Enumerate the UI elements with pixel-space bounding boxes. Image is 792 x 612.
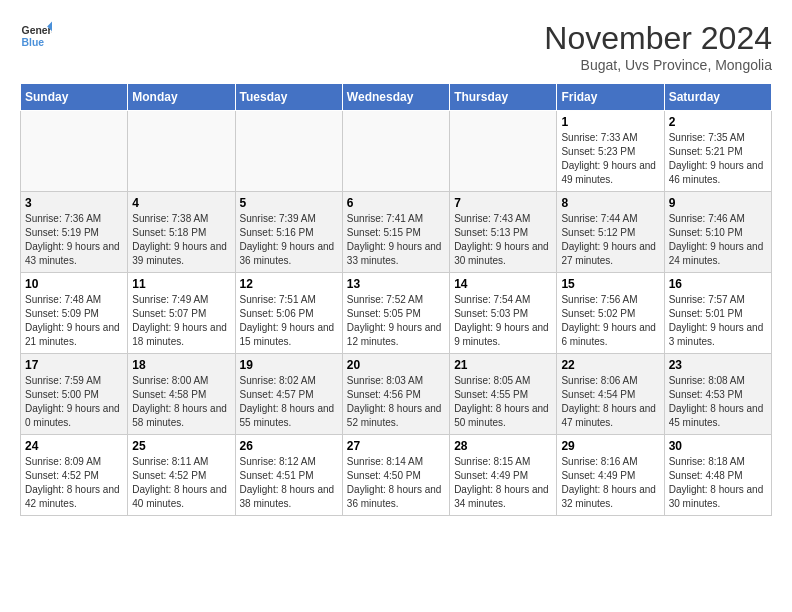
day-info: Sunrise: 7:43 AM Sunset: 5:13 PM Dayligh… — [454, 212, 552, 268]
calendar-cell: 22Sunrise: 8:06 AM Sunset: 4:54 PM Dayli… — [557, 354, 664, 435]
day-number: 14 — [454, 277, 552, 291]
calendar-cell: 24Sunrise: 8:09 AM Sunset: 4:52 PM Dayli… — [21, 435, 128, 516]
calendar-cell — [235, 111, 342, 192]
day-number: 23 — [669, 358, 767, 372]
day-info: Sunrise: 8:15 AM Sunset: 4:49 PM Dayligh… — [454, 455, 552, 511]
calendar-cell: 18Sunrise: 8:00 AM Sunset: 4:58 PM Dayli… — [128, 354, 235, 435]
day-info: Sunrise: 8:06 AM Sunset: 4:54 PM Dayligh… — [561, 374, 659, 430]
logo-icon: General Blue — [20, 20, 52, 52]
calendar-cell — [342, 111, 449, 192]
svg-text:Blue: Blue — [22, 37, 45, 48]
day-info: Sunrise: 8:16 AM Sunset: 4:49 PM Dayligh… — [561, 455, 659, 511]
day-number: 11 — [132, 277, 230, 291]
day-info: Sunrise: 7:35 AM Sunset: 5:21 PM Dayligh… — [669, 131, 767, 187]
calendar-cell: 12Sunrise: 7:51 AM Sunset: 5:06 PM Dayli… — [235, 273, 342, 354]
day-number: 21 — [454, 358, 552, 372]
day-info: Sunrise: 7:44 AM Sunset: 5:12 PM Dayligh… — [561, 212, 659, 268]
logo: General Blue — [20, 20, 52, 52]
day-number: 8 — [561, 196, 659, 210]
day-number: 4 — [132, 196, 230, 210]
calendar-week-3: 10Sunrise: 7:48 AM Sunset: 5:09 PM Dayli… — [21, 273, 772, 354]
calendar-cell: 21Sunrise: 8:05 AM Sunset: 4:55 PM Dayli… — [450, 354, 557, 435]
day-number: 15 — [561, 277, 659, 291]
calendar-cell: 28Sunrise: 8:15 AM Sunset: 4:49 PM Dayli… — [450, 435, 557, 516]
day-info: Sunrise: 8:11 AM Sunset: 4:52 PM Dayligh… — [132, 455, 230, 511]
day-number: 24 — [25, 439, 123, 453]
day-number: 2 — [669, 115, 767, 129]
day-info: Sunrise: 7:39 AM Sunset: 5:16 PM Dayligh… — [240, 212, 338, 268]
calendar-cell: 2Sunrise: 7:35 AM Sunset: 5:21 PM Daylig… — [664, 111, 771, 192]
calendar-week-5: 24Sunrise: 8:09 AM Sunset: 4:52 PM Dayli… — [21, 435, 772, 516]
day-info: Sunrise: 7:49 AM Sunset: 5:07 PM Dayligh… — [132, 293, 230, 349]
day-number: 7 — [454, 196, 552, 210]
calendar-cell: 20Sunrise: 8:03 AM Sunset: 4:56 PM Dayli… — [342, 354, 449, 435]
day-info: Sunrise: 7:52 AM Sunset: 5:05 PM Dayligh… — [347, 293, 445, 349]
day-info: Sunrise: 7:56 AM Sunset: 5:02 PM Dayligh… — [561, 293, 659, 349]
day-info: Sunrise: 8:18 AM Sunset: 4:48 PM Dayligh… — [669, 455, 767, 511]
day-info: Sunrise: 8:02 AM Sunset: 4:57 PM Dayligh… — [240, 374, 338, 430]
calendar-cell: 16Sunrise: 7:57 AM Sunset: 5:01 PM Dayli… — [664, 273, 771, 354]
day-number: 9 — [669, 196, 767, 210]
day-number: 12 — [240, 277, 338, 291]
calendar-cell: 27Sunrise: 8:14 AM Sunset: 4:50 PM Dayli… — [342, 435, 449, 516]
calendar-cell: 1Sunrise: 7:33 AM Sunset: 5:23 PM Daylig… — [557, 111, 664, 192]
calendar-cell: 5Sunrise: 7:39 AM Sunset: 5:16 PM Daylig… — [235, 192, 342, 273]
day-info: Sunrise: 7:36 AM Sunset: 5:19 PM Dayligh… — [25, 212, 123, 268]
calendar-week-2: 3Sunrise: 7:36 AM Sunset: 5:19 PM Daylig… — [21, 192, 772, 273]
header-wednesday: Wednesday — [342, 84, 449, 111]
day-info: Sunrise: 7:46 AM Sunset: 5:10 PM Dayligh… — [669, 212, 767, 268]
calendar-cell: 25Sunrise: 8:11 AM Sunset: 4:52 PM Dayli… — [128, 435, 235, 516]
day-info: Sunrise: 7:54 AM Sunset: 5:03 PM Dayligh… — [454, 293, 552, 349]
calendar-cell: 15Sunrise: 7:56 AM Sunset: 5:02 PM Dayli… — [557, 273, 664, 354]
day-number: 20 — [347, 358, 445, 372]
day-number: 17 — [25, 358, 123, 372]
calendar-cell: 6Sunrise: 7:41 AM Sunset: 5:15 PM Daylig… — [342, 192, 449, 273]
day-info: Sunrise: 8:03 AM Sunset: 4:56 PM Dayligh… — [347, 374, 445, 430]
day-info: Sunrise: 7:48 AM Sunset: 5:09 PM Dayligh… — [25, 293, 123, 349]
day-info: Sunrise: 8:14 AM Sunset: 4:50 PM Dayligh… — [347, 455, 445, 511]
day-info: Sunrise: 7:33 AM Sunset: 5:23 PM Dayligh… — [561, 131, 659, 187]
day-info: Sunrise: 8:08 AM Sunset: 4:53 PM Dayligh… — [669, 374, 767, 430]
calendar-cell: 29Sunrise: 8:16 AM Sunset: 4:49 PM Dayli… — [557, 435, 664, 516]
calendar-cell: 7Sunrise: 7:43 AM Sunset: 5:13 PM Daylig… — [450, 192, 557, 273]
calendar-cell: 17Sunrise: 7:59 AM Sunset: 5:00 PM Dayli… — [21, 354, 128, 435]
calendar-cell: 23Sunrise: 8:08 AM Sunset: 4:53 PM Dayli… — [664, 354, 771, 435]
calendar-cell: 3Sunrise: 7:36 AM Sunset: 5:19 PM Daylig… — [21, 192, 128, 273]
header-friday: Friday — [557, 84, 664, 111]
day-number: 16 — [669, 277, 767, 291]
day-info: Sunrise: 7:41 AM Sunset: 5:15 PM Dayligh… — [347, 212, 445, 268]
day-number: 22 — [561, 358, 659, 372]
calendar-cell — [128, 111, 235, 192]
day-number: 19 — [240, 358, 338, 372]
calendar-cell: 13Sunrise: 7:52 AM Sunset: 5:05 PM Dayli… — [342, 273, 449, 354]
header-sunday: Sunday — [21, 84, 128, 111]
svg-text:General: General — [22, 25, 52, 36]
day-number: 6 — [347, 196, 445, 210]
day-info: Sunrise: 7:59 AM Sunset: 5:00 PM Dayligh… — [25, 374, 123, 430]
calendar-header-row: SundayMondayTuesdayWednesdayThursdayFrid… — [21, 84, 772, 111]
calendar-cell: 4Sunrise: 7:38 AM Sunset: 5:18 PM Daylig… — [128, 192, 235, 273]
calendar-cell — [450, 111, 557, 192]
location-subtitle: Bugat, Uvs Province, Mongolia — [544, 57, 772, 73]
day-number: 28 — [454, 439, 552, 453]
header-thursday: Thursday — [450, 84, 557, 111]
day-number: 5 — [240, 196, 338, 210]
day-number: 18 — [132, 358, 230, 372]
page-header: General Blue November 2024 Bugat, Uvs Pr… — [20, 20, 772, 73]
day-number: 26 — [240, 439, 338, 453]
day-info: Sunrise: 8:05 AM Sunset: 4:55 PM Dayligh… — [454, 374, 552, 430]
day-info: Sunrise: 8:00 AM Sunset: 4:58 PM Dayligh… — [132, 374, 230, 430]
day-number: 29 — [561, 439, 659, 453]
calendar-cell: 14Sunrise: 7:54 AM Sunset: 5:03 PM Dayli… — [450, 273, 557, 354]
day-number: 25 — [132, 439, 230, 453]
day-number: 3 — [25, 196, 123, 210]
day-info: Sunrise: 8:12 AM Sunset: 4:51 PM Dayligh… — [240, 455, 338, 511]
header-monday: Monday — [128, 84, 235, 111]
day-info: Sunrise: 8:09 AM Sunset: 4:52 PM Dayligh… — [25, 455, 123, 511]
day-number: 10 — [25, 277, 123, 291]
day-number: 27 — [347, 439, 445, 453]
calendar-cell: 19Sunrise: 8:02 AM Sunset: 4:57 PM Dayli… — [235, 354, 342, 435]
calendar-cell — [21, 111, 128, 192]
day-info: Sunrise: 7:51 AM Sunset: 5:06 PM Dayligh… — [240, 293, 338, 349]
header-tuesday: Tuesday — [235, 84, 342, 111]
